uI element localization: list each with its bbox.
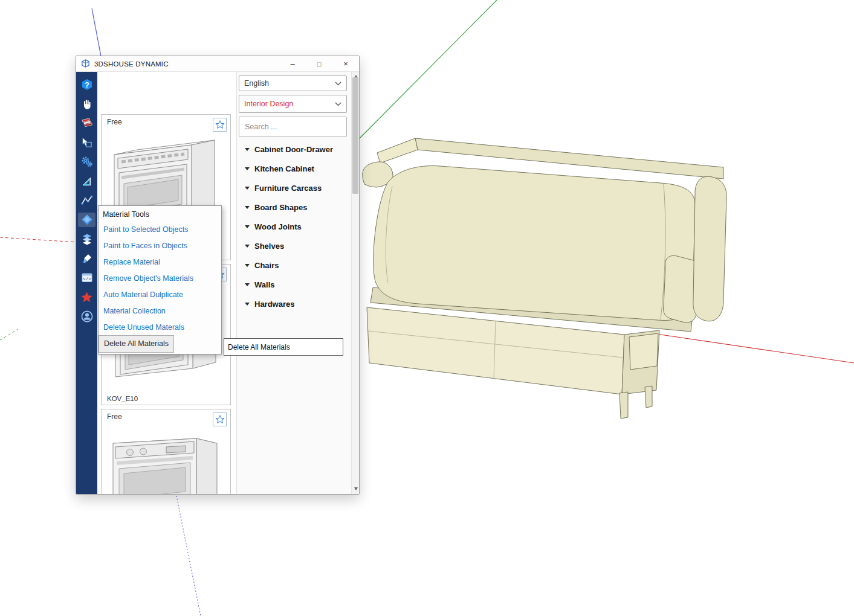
set-square-icon	[81, 176, 92, 187]
caret-down-icon	[245, 206, 250, 209]
code-window-button[interactable]: </>	[78, 271, 95, 285]
tooltip: Delete All Materials	[224, 338, 343, 356]
red-star-icon	[80, 291, 93, 304]
window-titlebar[interactable]: 3DSHOUSE DYNAMIC – □ ×	[76, 56, 359, 72]
shape-tool-button[interactable]	[78, 174, 95, 188]
settings-gears-button[interactable]	[78, 155, 95, 169]
sofa-bed-model	[363, 138, 726, 419]
category-select-value: Interior Design	[244, 100, 335, 108]
search-input[interactable]	[239, 117, 347, 137]
account-button[interactable]	[78, 309, 95, 324]
caret-down-icon	[245, 245, 250, 248]
select-tool-button[interactable]	[78, 135, 95, 150]
menu-item-replace-material[interactable]: Replace Material	[99, 254, 221, 271]
pan-hand-tool-button[interactable]	[78, 97, 95, 111]
favorite-star-button[interactable]	[213, 412, 227, 426]
section-label: Furniture Carcass	[254, 184, 322, 193]
caret-down-icon	[245, 264, 250, 267]
section-label: Hardwares	[254, 300, 294, 309]
section-hardwares[interactable]: Hardwares	[239, 294, 347, 313]
user-icon	[81, 310, 93, 322]
close-button[interactable]: ×	[332, 56, 359, 71]
menu-item-delete-unused-materials[interactable]: Delete Unused Materals	[99, 319, 221, 336]
menu-item-remove-objects-materials[interactable]: Remove Object's Materials	[99, 271, 221, 287]
scrollbar-thumb[interactable]	[352, 77, 358, 194]
section-label: Kitchen Cabinet	[254, 164, 314, 173]
maximize-button[interactable]: □	[306, 56, 332, 71]
language-select[interactable]: English	[239, 75, 347, 91]
category-panel: English Interior Design Cabinet Door-Dra…	[236, 72, 359, 494]
chevron-down-icon	[335, 82, 341, 86]
favorites-button[interactable]	[78, 290, 95, 304]
section-label: Board Shapes	[254, 203, 307, 212]
window-scrollbar[interactable]	[351, 72, 359, 494]
language-select-value: English	[244, 79, 335, 88]
code-icon: </>	[81, 272, 93, 284]
product-name: KOV_E10	[107, 395, 138, 402]
price-badge: Free	[107, 412, 122, 421]
product-card-oven-3[interactable]: Free	[101, 409, 231, 494]
menu-item-delete-all-materials[interactable]: Delete All Materials	[99, 336, 173, 352]
price-badge: Free	[107, 118, 122, 126]
tool-sidebar: ?	[76, 72, 97, 494]
menu-item-paint-to-faces-in-objects[interactable]: Paint to Faces in Objects	[99, 238, 221, 254]
svg-text:?: ?	[85, 81, 89, 89]
layers-button[interactable]	[78, 232, 95, 246]
window-title: 3DSHOUSE DYNAMIC	[94, 60, 279, 68]
section-label: Wood Joints	[254, 222, 302, 231]
caret-down-icon	[245, 148, 250, 151]
material-tools-menu: Material Tools Paint to Selected Objects…	[98, 205, 222, 355]
star-outline-icon	[215, 120, 225, 130]
section-label: Cabinet Door-Drawer	[254, 145, 333, 154]
menu-item-auto-material-duplicate[interactable]: Auto Material Dulplicate	[99, 287, 221, 303]
section-chairs[interactable]: Chairs	[239, 255, 347, 275]
materials-stack-icon	[81, 117, 93, 129]
hand-icon	[81, 98, 92, 110]
section-label: Walls	[254, 280, 274, 289]
cursor-icon	[81, 137, 92, 149]
minimize-button[interactable]: –	[279, 56, 306, 71]
section-label: Chairs	[254, 261, 279, 270]
menu-item-material-collection[interactable]: Material Collection	[99, 303, 221, 319]
menu-title: Material Tools	[99, 206, 221, 222]
help-tool-button[interactable]: ?	[78, 77, 95, 92]
paint-brush-button[interactable]	[78, 251, 95, 266]
section-cabinet-door-drawer[interactable]: Cabinet Door-Drawer	[239, 140, 347, 159]
caret-down-icon	[245, 283, 250, 286]
material-tools-button[interactable]	[78, 213, 95, 227]
menu-item-paint-to-selected-objects[interactable]: Paint to Selected Objects	[99, 222, 221, 238]
caret-down-icon	[245, 225, 250, 228]
scroll-down-button[interactable]	[352, 484, 360, 493]
material-diamond-icon	[81, 214, 93, 226]
star-outline-icon	[215, 414, 225, 425]
triangle-down-icon	[354, 487, 358, 490]
section-shelves[interactable]: Shelves	[239, 236, 347, 255]
app-logo-icon	[81, 59, 90, 68]
category-select[interactable]: Interior Design	[239, 95, 347, 113]
app-stage: 3DSHOUSE DYNAMIC – □ × ?	[0, 0, 854, 616]
section-walls[interactable]: Walls	[239, 275, 347, 294]
svg-text:</>: </>	[83, 277, 91, 281]
caret-down-icon	[245, 187, 250, 190]
brush-icon	[81, 253, 92, 265]
oven-thumbnail	[104, 425, 228, 494]
polyline-tool-button[interactable]	[78, 193, 95, 208]
help-icon: ?	[81, 79, 93, 91]
favorite-star-button[interactable]	[213, 118, 227, 132]
caret-down-icon	[245, 303, 250, 306]
chevron-down-icon	[335, 102, 341, 106]
caret-down-icon	[245, 167, 250, 170]
section-furniture-carcass[interactable]: Furniture Carcass	[239, 178, 347, 197]
polyline-icon	[81, 194, 93, 207]
section-board-shapes[interactable]: Board Shapes	[239, 197, 347, 217]
section-kitchen-cabinet[interactable]: Kitchen Cabinet	[239, 159, 347, 178]
gears-icon	[81, 156, 93, 168]
layers-icon	[81, 233, 93, 245]
section-label: Shelves	[254, 242, 284, 251]
section-wood-joints[interactable]: Wood Joints	[239, 217, 347, 236]
materials-library-button[interactable]	[78, 116, 95, 130]
